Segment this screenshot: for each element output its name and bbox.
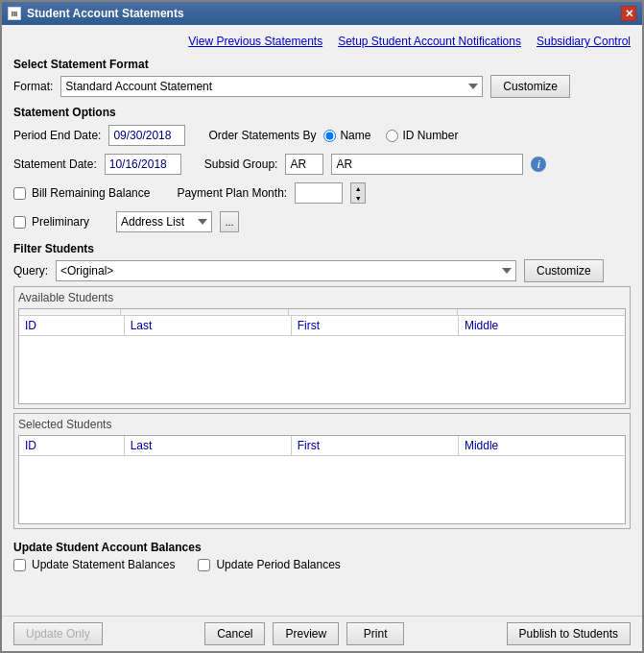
filter-students-section: Filter Students Query: <Original> Custom… [13,238,631,529]
subsidiary-control-link[interactable]: Subsidiary Control [537,35,631,48]
format-customize-button[interactable]: Customize [490,75,570,98]
preliminary-checkbox[interactable] [13,216,26,229]
available-students-table: ID Last First Middle [18,308,626,404]
selected-students-body [19,456,625,523]
order-by-label: Order Statements By [208,129,316,142]
available-col-last[interactable]: Last [125,316,292,335]
update-only-button[interactable]: Update Only [13,622,103,645]
update-section-header: Update Student Account Balances [13,541,631,554]
cancel-button[interactable]: Cancel [204,622,265,645]
title-bar-left: III Student Account Statements [8,7,184,20]
order-by-radio-group: Name ID Number [323,129,458,142]
filter-customize-button[interactable]: Customize [524,259,604,282]
bill-remaining-checkbox[interactable] [13,187,26,200]
statement-date-input[interactable] [105,154,181,175]
selected-students-box: Selected Students ID Last First Middle [13,413,631,529]
preliminary-option[interactable]: Preliminary [13,215,89,229]
selected-students-table: ID Last First Middle [18,435,626,524]
bottom-right-buttons: Publish to Students [507,622,631,645]
format-label: Format: [13,80,53,93]
statement-date-label: Statement Date: [13,157,97,171]
filter-students-header: Filter Students [13,242,631,255]
app-icon: III [8,7,21,20]
close-button[interactable]: ✕ [621,6,636,21]
update-checkboxes-row: Update Statement Balances Update Period … [13,558,631,571]
subsid-group-value-input[interactable] [331,154,523,175]
select-format-header: Select Statement Format [13,58,631,71]
available-table-header: ID Last First Middle [19,316,625,336]
available-col-first[interactable]: First [292,316,459,335]
query-select[interactable]: <Original> [56,260,516,281]
content-area: View Previous Statements Setup Student A… [2,25,642,616]
order-by-id-radio[interactable] [386,130,398,142]
selected-col-last[interactable]: Last [125,436,292,455]
address-list-select[interactable]: Address List [116,211,212,232]
selected-col-first[interactable]: First [292,436,459,455]
bottom-left-buttons: Update Only [13,622,103,645]
payment-plan-month-label: Payment Plan Month: [177,186,287,200]
statement-options-header: Statement Options [13,106,631,119]
subsid-group-code-input[interactable] [285,154,323,175]
selected-col-id[interactable]: ID [19,436,125,455]
main-window: III Student Account Statements ✕ View Pr… [0,0,644,653]
order-by-name-radio[interactable] [323,130,336,142]
bottom-bar: Update Only Cancel Preview Print Publish… [2,616,642,651]
statement-date-row: Statement Date: Subsid Group: i [13,154,631,175]
selected-col-middle[interactable]: Middle [459,436,625,455]
format-select[interactable]: Standard Account Statement [60,76,483,97]
period-end-date-input[interactable] [108,125,185,146]
view-previous-link[interactable]: View Previous Statements [188,35,322,48]
address-ellipsis-button[interactable]: ... [220,211,239,232]
order-by-id-label: ID Number [402,129,458,142]
subsid-group-label: Subsid Group: [204,157,278,171]
top-links: View Previous Statements Setup Student A… [13,33,631,50]
format-row: Format: Standard Account Statement Custo… [13,75,631,98]
bottom-center-buttons: Cancel Preview Print [204,622,404,645]
available-students-body [19,336,625,403]
period-end-date-row: Period End Date: Order Statements By Nam… [13,125,631,146]
query-row: Query: <Original> Customize [13,259,631,282]
available-col-middle[interactable]: Middle [459,316,625,335]
update-statement-balances-checkbox[interactable] [13,559,26,571]
update-period-balances-label: Update Period Balances [216,558,340,571]
order-by-id-option[interactable]: ID Number [386,129,458,142]
spinner-up-button[interactable]: ▲ [351,183,365,193]
query-label: Query: [13,264,48,278]
order-by-name-label: Name [340,129,370,142]
update-statement-balances-label: Update Statement Balances [32,558,175,571]
bill-remaining-label: Bill Remaining Balance [32,186,150,200]
print-button[interactable]: Print [346,622,404,645]
order-by-name-option[interactable]: Name [323,129,370,142]
update-period-balances-option[interactable]: Update Period Balances [198,558,340,571]
update-statement-balances-option[interactable]: Update Statement Balances [13,558,175,571]
publish-button[interactable]: Publish to Students [507,622,631,645]
payment-plan-month-input[interactable] [295,182,343,204]
window-title: Student Account Statements [27,7,184,20]
available-students-box: Available Students ID Last First Middle [13,286,631,409]
available-students-label: Available Students [18,291,626,304]
spinner-down-button[interactable]: ▼ [351,193,365,203]
selected-table-header: ID Last First Middle [19,436,625,456]
bill-remaining-row: Bill Remaining Balance Payment Plan Mont… [13,182,631,204]
setup-notifications-link[interactable]: Setup Student Account Notifications [338,35,521,48]
preview-button[interactable]: Preview [273,622,339,645]
bill-remaining-option[interactable]: Bill Remaining Balance [13,186,150,200]
available-table-separator [19,309,625,316]
preliminary-label: Preliminary [32,215,89,229]
available-col-id[interactable]: ID [19,316,125,335]
update-section: Update Student Account Balances Update S… [13,533,631,577]
update-period-balances-checkbox[interactable] [198,559,210,571]
title-bar: III Student Account Statements ✕ [2,2,642,25]
selected-students-label: Selected Students [18,418,626,431]
period-end-date-label: Period End Date: [13,129,101,142]
preliminary-row: Preliminary Address List ... [13,211,631,232]
payment-month-spinner[interactable]: ▲ ▼ [350,182,366,204]
info-icon[interactable]: i [531,157,546,172]
